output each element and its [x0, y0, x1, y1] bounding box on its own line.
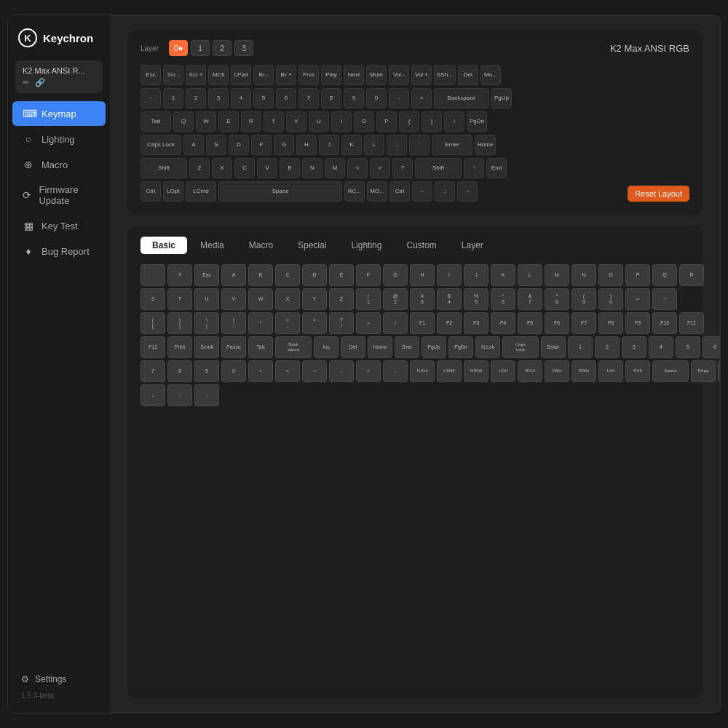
sidebar-item-keytest[interactable]: ▦ Key Test — [12, 213, 106, 238]
bkey-nlck[interactable]: N.Lck — [475, 336, 500, 358]
key-z[interactable]: Z — [189, 158, 210, 178]
key-p[interactable]: P — [376, 111, 397, 132]
key-semicolon[interactable]: ; — [387, 135, 407, 155]
bkey-pct5[interactable]: %5 — [464, 288, 488, 310]
key-q[interactable]: Q — [173, 111, 194, 132]
bkey-np4[interactable]: 4 — [649, 336, 673, 358]
bkey-rwin5[interactable]: RWin — [571, 360, 596, 382]
bkey-capslock4[interactable]: CapsLock — [502, 336, 539, 358]
bkey-l1[interactable]: L — [518, 264, 542, 286]
key-lbracket[interactable]: { — [399, 111, 419, 132]
key-rshift[interactable]: Shift — [415, 158, 462, 178]
bkey-v2[interactable]: V — [221, 288, 246, 310]
key-equals[interactable]: = — [411, 88, 432, 108]
key-space[interactable]: Space — [218, 181, 342, 202]
key-v[interactable]: V — [257, 158, 277, 178]
key-backspace[interactable]: Backspace — [434, 88, 489, 108]
bkey-lwin5[interactable]: LWin — [545, 360, 569, 382]
bkey-f11b[interactable]: F11 — [679, 312, 704, 334]
key-l[interactable]: L — [364, 135, 384, 155]
key-down[interactable]: ↓ — [435, 181, 455, 202]
bkey-q1[interactable]: Q — [652, 264, 677, 286]
bkey-f3b[interactable]: F3 — [464, 312, 488, 334]
bkey-tilde2[interactable]: ~ — [652, 288, 677, 310]
key-mo[interactable]: Mo... — [480, 65, 501, 85]
bkey-f6b[interactable]: F6 — [545, 312, 569, 334]
bkey-o1[interactable]: O — [598, 264, 623, 286]
bkey-f4b[interactable]: F4 — [491, 312, 515, 334]
key-br-plus[interactable]: Br + — [276, 65, 296, 85]
bkey-rapp5[interactable]: RApp — [691, 360, 716, 382]
sidebar-item-macro[interactable]: ⊕ Macro — [12, 152, 106, 177]
bkey-f9b[interactable]: F9 — [625, 312, 650, 334]
key-play[interactable]: Play — [321, 65, 341, 85]
key-r[interactable]: R — [241, 111, 261, 132]
bkey-f8b[interactable]: F8 — [598, 312, 623, 334]
key-a[interactable]: A — [183, 135, 204, 155]
bkey-np6[interactable]: 6 — [703, 336, 720, 358]
key-vol-minus[interactable]: Vol - — [389, 65, 409, 85]
bkey-scroll[interactable]: Scroll — [194, 336, 219, 358]
key-s[interactable]: S — [206, 135, 226, 155]
bkey-dollar4[interactable]: $4 — [437, 288, 462, 310]
key-end[interactable]: End — [486, 158, 507, 178]
key-rc[interactable]: RC... — [344, 181, 365, 202]
bkey-f7b[interactable]: F7 — [571, 312, 596, 334]
bkey-npplus2[interactable]: + — [356, 360, 381, 382]
key-g[interactable]: G — [274, 135, 294, 155]
bkey-r1[interactable]: R — [679, 264, 704, 286]
key-5[interactable]: 5 — [253, 88, 274, 108]
tab-basic[interactable]: Basic — [141, 237, 187, 254]
bkey-np9[interactable]: 9 — [194, 360, 219, 382]
bkey-f5b[interactable]: F5 — [518, 312, 542, 334]
tab-macro[interactable]: Macro — [237, 237, 285, 254]
tab-layer[interactable]: Layer — [450, 237, 495, 254]
bkey-hash3[interactable]: #3 — [410, 288, 435, 310]
bkey-star8[interactable]: *8 — [545, 288, 569, 310]
bkey-npenter[interactable]: N.Ent — [410, 360, 435, 382]
key-1[interactable]: 1 — [163, 88, 183, 108]
key-mctl[interactable]: MCtl — [208, 65, 229, 85]
key-lpad[interactable]: LPad — [231, 65, 251, 85]
bkey-amp7[interactable]: &7 — [518, 288, 542, 310]
bkey-eq3[interactable]: = — [356, 312, 381, 334]
bkey-k1[interactable]: K — [491, 264, 515, 286]
sidebar-item-lighting[interactable]: ○ Lighting — [12, 127, 106, 151]
key-enter[interactable]: Enter — [432, 135, 472, 155]
bkey-y2[interactable]: Y — [302, 288, 327, 310]
bkey-colon[interactable]: ]; — [221, 312, 246, 334]
key-quote[interactable]: ' — [409, 135, 430, 155]
bkey-e1[interactable]: E — [329, 264, 354, 286]
key-4[interactable]: 4 — [231, 88, 251, 108]
bkey-p1[interactable]: P — [625, 264, 650, 286]
bkey-np3[interactable]: 3 — [622, 336, 646, 358]
key-esc[interactable]: Esc — [141, 65, 161, 85]
key-del[interactable]: Del — [458, 65, 478, 85]
bkey-at2[interactable]: @2 — [383, 288, 408, 310]
bkey-caret6[interactable]: ^6 — [491, 288, 515, 310]
bkey-npminus[interactable]: - — [329, 360, 354, 382]
bkey-f2b[interactable]: F2 — [437, 312, 462, 334]
bkey-asterisk[interactable]: * — [248, 312, 273, 334]
key-m[interactable]: M — [325, 158, 345, 178]
bkey-h1[interactable]: H — [410, 264, 435, 286]
bkey-space5[interactable]: Space — [652, 360, 689, 382]
key-f[interactable]: F — [251, 135, 272, 155]
sidebar-item-firmware[interactable]: ⟳ Firmware Update — [12, 178, 106, 213]
key-home[interactable]: Home — [475, 135, 496, 155]
bkey-z2[interactable]: Z — [329, 288, 354, 310]
bkey-lctrl5[interactable]: LCtrl — [491, 360, 515, 382]
layer-tab-1[interactable]: 1 — [191, 40, 210, 56]
key-b[interactable]: B — [280, 158, 300, 178]
bkey-i1[interactable]: I — [437, 264, 462, 286]
bkey-pause[interactable]: Pause — [221, 336, 246, 358]
settings-item[interactable]: ⚙ Settings — [18, 670, 100, 689]
tab-lighting[interactable]: Lighting — [339, 237, 393, 254]
key-lcmd[interactable]: LCmd — [186, 181, 216, 202]
key-capslock[interactable]: Caps Lock — [141, 135, 181, 155]
bkey-np8[interactable]: 8 — [167, 360, 192, 382]
layer-tab-2[interactable]: 2 — [213, 40, 232, 56]
bkey-home4[interactable]: Home — [368, 336, 392, 358]
key-backslash[interactable]: \ — [444, 111, 464, 132]
key-tab[interactable]: Tab — [141, 111, 171, 132]
